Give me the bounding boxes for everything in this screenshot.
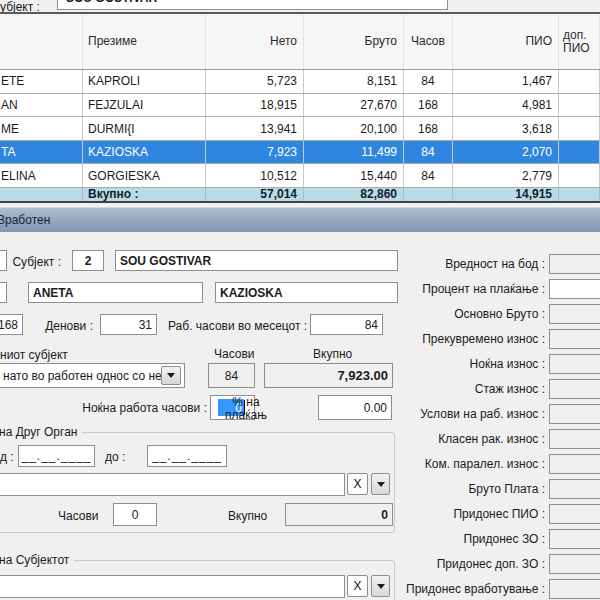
table-row[interactable]: ANFEJZULAI18,91527,6701684,981	[0, 94, 600, 118]
table-total-row: Вкупно :57,01482,86014,915	[0, 188, 600, 201]
date-from-input[interactable]: __.__.____	[18, 445, 95, 467]
cell	[0, 188, 83, 201]
cell: Бруто	[304, 14, 404, 69]
amount-field	[549, 579, 600, 599]
cell: 27,670	[304, 94, 404, 117]
subject-code-input[interactable]: 2	[72, 250, 104, 271]
cell	[559, 94, 600, 117]
cell: ME	[0, 117, 83, 140]
hours-168-input[interactable]: 168	[0, 314, 23, 335]
employee-section-bar: Вработен	[0, 207, 600, 232]
cell: 11,499	[304, 141, 404, 164]
other-organ-title: на Друг Орган	[0, 425, 82, 439]
cell	[559, 188, 600, 201]
table-header-row: ПрезимеНетоБрутоЧасовПИОдоп. ПИО	[0, 14, 600, 70]
subject-section-label: ниот субјект	[0, 348, 68, 362]
amount-label: Придонес ПИО :	[370, 507, 545, 521]
cell: 1,467	[453, 70, 559, 93]
other-organ-clear-button[interactable]: X	[347, 473, 368, 495]
employment-type-value: нато во работен однос со неп	[3, 369, 168, 383]
amount-field	[549, 254, 600, 274]
subject-top-input[interactable]: SOU GOSTIVAR	[57, 0, 448, 10]
hours-col-label: Часови	[214, 347, 255, 361]
amount-label: Придонес ЗО :	[370, 532, 545, 546]
cell: 3,618	[453, 117, 559, 140]
cell: ELINA	[0, 164, 83, 187]
cell: 84	[404, 164, 453, 187]
amount-field	[549, 529, 600, 549]
subject-label: Субјект :	[5, 255, 61, 269]
night-work-label: Ноќна работа часови :	[60, 401, 207, 415]
table-row[interactable]: ELINAGORGIESKA10,51215,440842,779	[0, 164, 600, 188]
cell: Вкупно :	[83, 188, 206, 201]
work-hours-label: Раб. часови во месецот :	[168, 319, 303, 333]
date-to-label: до :	[105, 450, 125, 464]
employment-type-dropdown-button[interactable]	[161, 366, 181, 385]
cell: 168	[404, 117, 453, 140]
table-row[interactable]: TAKAZIOSKA7,92311,499842,070	[0, 141, 600, 165]
cell: DURMI{I	[83, 117, 206, 140]
cell	[404, 188, 453, 201]
amount-label: Придонес вработување :	[370, 582, 545, 596]
cell: 20,100	[304, 117, 404, 140]
cell: 5,723	[206, 70, 304, 93]
cell: Презиме	[83, 14, 206, 69]
amount-field	[549, 454, 600, 474]
cell: 15,440	[304, 164, 404, 187]
cell: 168	[404, 94, 453, 117]
cell: 7,923	[206, 141, 304, 164]
cell: KAZIOSKA	[83, 141, 206, 164]
cell: TA	[0, 141, 83, 164]
employees-table: ПрезимеНетоБрутоЧасовПИОдоп. ПИОETEKAPRO…	[0, 12, 600, 203]
subject-org-combobox[interactable]	[0, 575, 345, 598]
subject-org-title: на Субјектот	[0, 553, 74, 567]
cell: 82,860	[304, 188, 404, 201]
cell: ETE	[0, 70, 83, 93]
cell: Часов	[404, 14, 453, 69]
other-organ-hours-label: Часови	[58, 509, 99, 523]
amount-field	[549, 354, 600, 374]
cell: KAPROLI	[83, 70, 206, 93]
cell: 84	[404, 141, 453, 164]
clipped-field-b[interactable]	[0, 282, 7, 303]
amount-field	[549, 479, 600, 499]
table-row[interactable]: MEDURMI{I13,94120,1001683,618	[0, 117, 600, 141]
cell	[559, 117, 600, 140]
amount-label: Класен рак. износ :	[370, 432, 545, 446]
cell: доп. ПИО	[559, 14, 600, 69]
amount-field	[549, 404, 600, 424]
amount-label: Ноќна износ :	[370, 357, 545, 371]
table-row[interactable]: ETEKAPROLI5,7238,151841,467	[0, 70, 600, 94]
cell	[559, 164, 600, 187]
other-organ-combobox[interactable]	[0, 473, 345, 496]
other-organ-total-label: Вкупно	[228, 509, 267, 523]
date-to-input[interactable]: __.__.____	[147, 445, 227, 467]
subject-name-input[interactable]: SOU GOSTIVAR	[115, 250, 398, 271]
chevron-down-icon	[167, 373, 175, 378]
cell: FEJZULAI	[83, 94, 206, 117]
cell: 84	[404, 70, 453, 93]
amount-label: Услови на раб. износ :	[370, 407, 545, 421]
cell: GORGIESKA	[83, 164, 206, 187]
first-name-input[interactable]: ANETA	[28, 282, 203, 303]
cell	[559, 141, 600, 164]
amount-field	[549, 379, 600, 399]
subject-org-clear-button[interactable]: X	[347, 575, 368, 597]
cell	[0, 14, 83, 69]
employment-type-combobox[interactable]: нато во работен однос со неп	[0, 363, 185, 388]
amount-label: Вредност на бод :	[370, 257, 545, 271]
amount-label: Ком. паралел. износ :	[370, 457, 545, 471]
amount-field[interactable]	[549, 279, 600, 299]
cell: 8,151	[304, 70, 404, 93]
amount-field	[549, 304, 600, 324]
cell: 4,981	[453, 94, 559, 117]
cell: 10,512	[206, 164, 304, 187]
amount-label: Придонес доп. ЗО :	[370, 557, 545, 571]
employee-section-title: Вработен	[0, 208, 50, 232]
amount-label: Бруто Плата :	[370, 482, 545, 496]
days-input[interactable]: 31	[100, 314, 157, 335]
cell: AN	[0, 94, 83, 117]
total-col-label: Вкупно	[313, 347, 352, 361]
cell: 2,779	[453, 164, 559, 187]
other-organ-hours-input[interactable]: 0	[113, 503, 157, 526]
